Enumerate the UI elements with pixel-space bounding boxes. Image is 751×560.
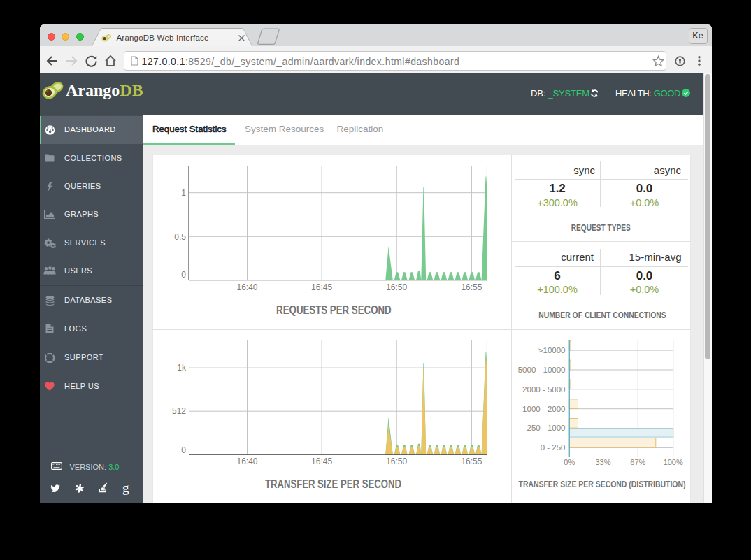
- svg-text:REQUEST TYPES: REQUEST TYPES: [571, 222, 631, 233]
- svg-text:16:55: 16:55: [461, 282, 482, 292]
- svg-text:16:40: 16:40: [236, 282, 257, 292]
- svg-text:0: 0: [181, 445, 186, 455]
- svg-text:33%: 33%: [595, 458, 610, 466]
- svg-text:1000 - 2000: 1000 - 2000: [522, 405, 565, 413]
- svg-text:16:55: 16:55: [461, 457, 482, 466]
- svg-text:16:45: 16:45: [311, 457, 332, 466]
- svg-text:16:40: 16:40: [236, 457, 257, 466]
- svg-text:512: 512: [172, 406, 186, 416]
- svg-text:1: 1: [181, 188, 186, 198]
- svg-text:16:50: 16:50: [386, 282, 407, 292]
- svg-text:16:50: 16:50: [386, 457, 407, 466]
- svg-text:250 - 1000: 250 - 1000: [527, 424, 566, 432]
- svg-text:>10000: >10000: [538, 346, 566, 354]
- svg-text:TRANSFER SIZE PER SECOND (DIST: TRANSFER SIZE PER SECOND (DISTRIBUTION): [519, 479, 686, 489]
- svg-text:5000 - 10000: 5000 - 10000: [518, 366, 566, 374]
- svg-text:0: 0: [181, 270, 186, 280]
- svg-text:67%: 67%: [630, 458, 645, 466]
- svg-text:NUMBER OF CLIENT CONNECTIONS: NUMBER OF CLIENT CONNECTIONS: [538, 310, 666, 320]
- svg-text:16:45: 16:45: [311, 282, 332, 292]
- svg-text:1k: 1k: [177, 363, 187, 373]
- svg-text:TRANSFER SIZE PER SECOND: TRANSFER SIZE PER SECOND: [265, 478, 401, 490]
- svg-text:2000 - 5000: 2000 - 5000: [522, 385, 565, 394]
- svg-text:REQUESTS PER SECOND: REQUESTS PER SECOND: [276, 303, 392, 316]
- svg-text:0.5: 0.5: [174, 232, 186, 242]
- svg-text:100%: 100%: [664, 458, 683, 466]
- svg-text:0%: 0%: [564, 458, 575, 466]
- svg-text:0 - 250: 0 - 250: [541, 443, 566, 452]
